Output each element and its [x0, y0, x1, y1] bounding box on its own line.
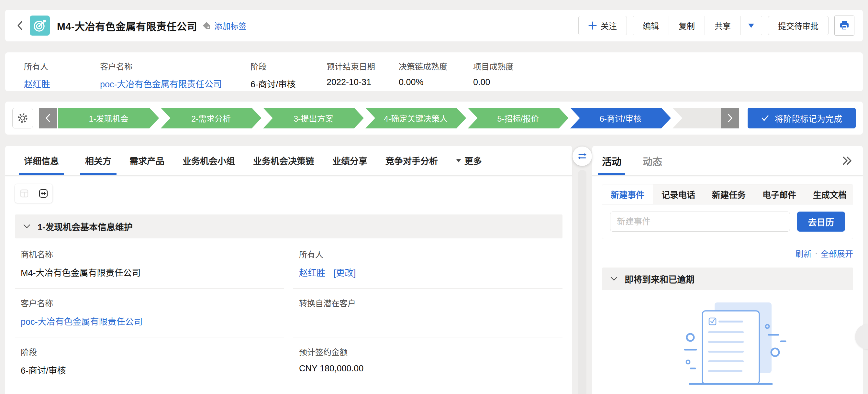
tab-performance-share[interactable]: 业绩分享	[323, 146, 376, 175]
stage-6-current[interactable]: 6-商讨/审核	[570, 108, 671, 128]
tab-required-products[interactable]: 需求产品	[120, 146, 174, 175]
mark-stage-complete-button[interactable]: 将阶段标记为完成	[748, 108, 856, 128]
summary-value-owner[interactable]: 赵红胜	[24, 77, 100, 90]
subtab-generate-doc[interactable]: 生成文档	[805, 185, 853, 204]
summary-label-account: 客户名称	[100, 60, 250, 72]
tab-activity[interactable]: 活动	[602, 146, 621, 175]
section-basic-info[interactable]: 1-发现机会基本信息维护	[15, 215, 562, 238]
tab-more[interactable]: 更多	[447, 146, 491, 175]
more-actions-dropdown[interactable]	[741, 16, 762, 35]
stage-path-bar: 1-发现机会 2-需求分析 3-提出方案 4-确定关键决策人 5-招标/报价 6…	[5, 102, 863, 135]
plus-icon	[588, 21, 597, 30]
triangle-down-icon	[456, 159, 461, 162]
record-header: M4-大冶有色金属有限责任公司 添加标签 关注 编辑 复制 共享 提交待审批	[5, 10, 863, 41]
refresh-link[interactable]: 刷新	[796, 248, 812, 259]
main-content: 详细信息 相关方 需求产品 业务机会小组 业务机会决策链 业绩分享 竞争对手分析…	[5, 146, 863, 394]
summary-value-close-date: 2022-10-31	[327, 77, 399, 87]
tab-related-party[interactable]: 相关方	[76, 146, 120, 175]
stage-1[interactable]: 1-发现机会	[58, 108, 159, 128]
subtab-new-task[interactable]: 新建任务	[704, 185, 754, 204]
activity-links: 刷新 · 全部展开	[602, 248, 853, 259]
tab-feed[interactable]: 动态	[643, 146, 662, 175]
check-icon	[761, 114, 769, 122]
summary-value-account[interactable]: poc-大冶有色金属有限责任公司	[100, 77, 250, 90]
field-owner: 所有人 赵红胜 [更改]	[293, 240, 562, 289]
summary-label-project-maturity: 项目成熟度	[473, 60, 844, 72]
grid-view-button[interactable]	[15, 184, 34, 203]
field-label: 转换自潜在客户	[299, 297, 557, 308]
account-link[interactable]: poc-大冶有色金属有限责任公司	[21, 315, 278, 327]
collapse-panel-button[interactable]	[841, 156, 853, 166]
share-button[interactable]: 共享	[705, 16, 741, 35]
back-button[interactable]	[13, 19, 27, 32]
summary-label-close-date: 预计结束日期	[327, 60, 399, 72]
stage-3[interactable]: 3-提出方案	[263, 108, 364, 128]
change-owner-link[interactable]: [更改]	[334, 268, 356, 278]
tab-decision-chain[interactable]: 业务机会决策链	[244, 146, 323, 175]
double-chevron-right-icon	[841, 156, 853, 166]
detail-panel: 详细信息 相关方 需求产品 业务机会小组 业务机会决策链 业绩分享 竞争对手分析…	[5, 146, 572, 394]
subtab-new-event[interactable]: 新建事件	[602, 185, 653, 204]
submit-approval-button[interactable]: 提交待审批	[768, 16, 829, 35]
empty-state: 恭喜你,没有未处理的事件和任务啦	[602, 290, 853, 394]
field-account-name: 客户名称 poc-大冶有色金属有限责任公司	[15, 289, 284, 337]
tab-divider	[72, 151, 72, 170]
swap-panels-button[interactable]	[572, 146, 592, 166]
stage-2[interactable]: 2-需求分析	[160, 108, 261, 128]
add-tag-link[interactable]: 添加标签	[214, 20, 247, 31]
field-converted-from-lead: 转换自潜在客户	[293, 289, 562, 337]
highlight-panel: 所有人 赵红胜 客户名称 poc-大冶有色金属有限责任公司 阶段 6-商讨/审核…	[5, 53, 863, 91]
summary-value-decision-maturity: 0.00%	[399, 77, 473, 87]
new-event-input[interactable]	[610, 211, 790, 232]
field-label: 商机名称	[21, 248, 278, 260]
chevron-down-icon	[23, 224, 30, 229]
print-button[interactable]	[834, 15, 855, 36]
printer-icon	[839, 20, 850, 31]
section-upcoming-overdue[interactable]: 即将到来和已逾期	[602, 267, 853, 290]
link-separator: ·	[815, 249, 817, 258]
summary-value-project-maturity: 0.00	[473, 77, 844, 87]
tab-competitor-analysis[interactable]: 竞争对手分析	[376, 146, 447, 175]
gear-icon	[17, 112, 29, 124]
field-stage: 阶段 6-商讨/审核	[15, 337, 284, 386]
panel-gutter	[572, 146, 592, 394]
summary-value-stage: 6-商讨/审核	[250, 77, 327, 90]
empty-tasks-illustration	[651, 301, 804, 388]
grid-layout-icon	[20, 189, 29, 198]
stage-path: 1-发现机会 2-需求分析 3-提出方案 4-确定关键决策人 5-招标/报价 6…	[39, 108, 739, 128]
swap-arrows-icon	[577, 152, 587, 161]
horizontal-expand-icon	[38, 189, 48, 198]
field-opportunity-name: 商机名称 M4-大冶有色金属有限责任公司	[15, 240, 284, 289]
edit-button[interactable]: 编辑	[633, 16, 669, 35]
expand-width-button[interactable]	[34, 184, 53, 203]
stage-scroll-left-button[interactable]	[39, 108, 57, 128]
subtab-log-call[interactable]: 记录电话	[653, 185, 704, 204]
action-button-group: 编辑 复制 共享	[633, 16, 762, 35]
mark-complete-label: 将阶段标记为完成	[775, 112, 842, 124]
stage-4[interactable]: 4-确定关键决策人	[365, 108, 466, 128]
stage-filler	[673, 108, 721, 128]
stage-settings-button[interactable]	[12, 108, 33, 128]
field-grid: 商机名称 M4-大冶有色金属有限责任公司 所有人 赵红胜 [更改] 客户名称 p…	[15, 240, 562, 394]
quick-action-box: 新建事件 记录电话 新建任务 电子邮件 生成文档 去日历	[602, 184, 853, 239]
gutter-scrollbar[interactable]	[578, 170, 586, 394]
expand-all-link[interactable]: 全部展开	[821, 248, 853, 259]
go-calendar-button[interactable]: 去日历	[797, 211, 845, 232]
copy-button[interactable]: 复制	[669, 16, 705, 35]
field-value: CNY 180,000.00	[299, 364, 557, 374]
tab-opportunity-team[interactable]: 业务机会小组	[174, 146, 244, 175]
stage-5[interactable]: 5-招标/报价	[468, 108, 568, 128]
chevron-right-icon	[726, 113, 734, 123]
rp-section-title: 即将到来和已逾期	[625, 273, 694, 285]
field-label: 预计签约金额	[299, 346, 557, 357]
owner-link[interactable]: 赵红胜	[299, 268, 325, 278]
chevron-down-icon	[610, 276, 618, 281]
follow-button[interactable]: 关注	[578, 16, 627, 35]
stage-scroll-right-button[interactable]	[721, 108, 739, 128]
subtab-email[interactable]: 电子邮件	[754, 185, 805, 204]
activity-panel-header: 活动 动态	[592, 146, 863, 176]
field-label: 阶段	[21, 346, 278, 357]
field-expected-amount: 预计签约金额 CNY 180,000.00	[293, 337, 562, 386]
tab-detail-info[interactable]: 详细信息	[15, 146, 68, 175]
field-value: M4-大冶有色金属有限责任公司	[21, 266, 278, 278]
